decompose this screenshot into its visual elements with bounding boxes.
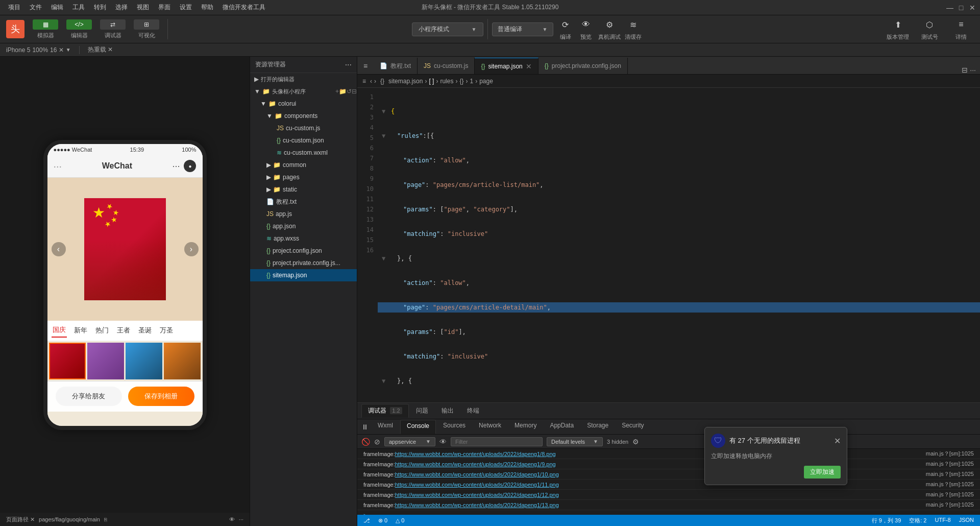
menu-devtools[interactable]: 微信开发者工具 [218,2,270,13]
project-config-json[interactable]: {} project.config.json [250,245,357,257]
tab-tutorial[interactable]: 📄 教程.txt [374,58,418,74]
tab-list-icon[interactable]: ≡ [357,58,374,74]
phone-more-btn[interactable]: ··· [239,516,243,522]
debug-level-select[interactable]: Default levels ▼ [547,437,603,446]
grid-cell-1[interactable] [87,343,124,379]
console-settings-icon[interactable]: ⚙ [632,438,639,446]
clean-button[interactable]: ≋ [625,17,641,32]
fold-2[interactable]: ▼ [382,131,389,141]
cu-custom-js[interactable]: JS cu-custom.js [250,122,357,134]
notif-action-button[interactable]: 立即加速 [804,466,841,479]
eye-btn[interactable]: 👁 [229,516,235,522]
debug-tab-problems[interactable]: 问题 [410,404,434,417]
back-icon[interactable]: ··· [54,160,62,172]
editor-button[interactable]: </> [66,19,92,30]
grid-cell-2[interactable] [126,343,162,379]
version-mgmt-button[interactable]: ⬆ [890,17,906,32]
minimize-button[interactable]: — [946,4,953,11]
fold-1[interactable]: ▼ [382,106,389,116]
editor-more-icon[interactable]: ··· [970,66,976,74]
menu-help[interactable]: 帮助 [197,2,217,13]
close-button[interactable]: ✕ [969,4,976,11]
common-folder[interactable]: ▶ 📁 common [250,159,357,171]
clear-console-icon[interactable]: 🚫 [361,438,370,446]
debugger-button[interactable]: ⇄ [100,19,126,30]
record-button[interactable]: ● [184,160,196,172]
debug-url-4[interactable]: https://www.wobbt.com/wp-content/uploads… [395,492,926,498]
next-arrow[interactable]: › [184,242,199,256]
breadcrumb-back-icon[interactable]: ‹ [370,78,372,85]
app-js[interactable]: JS app.js [250,208,357,220]
file-panel-more-icon[interactable]: ··· [345,60,352,69]
maximize-button[interactable]: □ [958,4,965,11]
cat-tab-1[interactable]: 新年 [73,324,88,337]
fold-7[interactable]: ▼ [382,253,389,264]
fold-12[interactable]: ▼ [382,376,389,386]
debug-tab-debugger[interactable]: 调试器 1.2 [361,404,409,418]
debug-subtab-appdata[interactable]: AppData [544,420,580,434]
menu-goto[interactable]: 转到 [90,2,110,13]
debug-subtab-storage[interactable]: Storage [581,420,615,434]
cat-tab-4[interactable]: 圣诞 [137,324,153,337]
test-button[interactable]: ⬡ [921,17,938,32]
menu-settings[interactable]: 设置 [176,2,196,13]
debug-url-5[interactable]: https://www.wobbt.com/wp-content/uploads… [395,502,926,508]
cat-tab-2[interactable]: 热门 [94,324,110,337]
debug-subtab-memory[interactable]: Memory [508,420,543,434]
debug-pause-icon[interactable]: ⏸ [361,423,369,431]
pages-folder[interactable]: ▶ 📁 pages [250,171,357,183]
notif-close-button[interactable]: ✕ [834,436,841,446]
app-json[interactable]: {} app.json [250,220,357,232]
debug-subtab-security[interactable]: Security [616,420,650,434]
menu-dots-icon[interactable]: ··· [172,161,180,172]
tab-cu-custom-js[interactable]: JS cu-custom.js [418,58,475,74]
add-folder-icon[interactable]: 📁 [339,88,347,95]
cat-tab-0[interactable]: 国庆 [52,323,67,338]
menu-view[interactable]: 视图 [133,2,153,13]
preview-button[interactable]: 👁 [578,17,594,32]
share-button[interactable]: 分享给朋友 [56,387,122,406]
project-root[interactable]: ▼ 📁 头像框小程序 + 📁 ↺ ⊟ [250,85,357,98]
line-col[interactable]: 行 9，列 39 [872,517,901,524]
menu-tools[interactable]: 工具 [68,2,89,13]
components-folder[interactable]: ▼ 📁 components [250,110,357,122]
simulator-button[interactable]: ▦ [33,19,58,30]
compile-button[interactable]: ⟳ [557,17,574,32]
menu-project[interactable]: 项目 [4,2,24,13]
spaces[interactable]: 空格: 2 [909,517,926,524]
collapse-icon[interactable]: ⊟ [352,88,357,95]
debug-source-select[interactable]: appservice ▼ [384,437,435,446]
grid-cell-0[interactable] [49,343,86,379]
menu-select[interactable]: 选择 [111,2,132,13]
menu-interface[interactable]: 界面 [154,2,175,13]
menu-edit[interactable]: 编辑 [47,2,67,13]
cu-custom-wxml[interactable]: ≋ cu-custom.wxml [250,147,357,159]
project-private-config[interactable]: {} project.private.config.js... [250,257,357,269]
debug-tab-output[interactable]: 输出 [435,404,460,417]
breadcrumb-file[interactable]: sitemap.json [388,78,423,85]
debug-subtab-sources[interactable]: Sources [437,420,472,434]
filter-icon[interactable]: ⊘ [374,438,380,446]
compile-select[interactable]: 普通编译 ▼ [492,22,553,36]
debug-subtab-console[interactable]: Console [400,420,436,434]
breadcrumb-rules[interactable]: [ ] [429,78,434,85]
breadcrumb-nav-icon[interactable]: ≡ [362,78,366,85]
device-info[interactable]: iPhone 5 100% 16 ✕ ▼ [6,46,71,54]
colorui-folder[interactable]: ▼ 📁 colorui [250,98,357,110]
cat-tab-3[interactable]: 王者 [116,324,131,337]
eye-console-icon[interactable]: 👁 [439,438,447,446]
refresh-icon[interactable]: ↺ [347,88,352,95]
breadcrumb-obj[interactable]: {} [459,78,463,85]
debug-prompt[interactable]: > [357,510,980,515]
open-editors-section[interactable]: ▶ 打开的编辑器 [250,73,357,85]
breadcrumb-page[interactable]: page [479,78,493,85]
cat-tab-5[interactable]: 万圣 [159,324,174,337]
debug-tab-terminal[interactable]: 终端 [461,404,485,417]
add-file-icon[interactable]: + [335,88,339,95]
real-debug-button[interactable]: ⚙ [601,17,618,32]
tab-sitemap-json[interactable]: {} sitemap.json ✕ [475,58,538,74]
grid-cell-3[interactable] [164,343,201,379]
prev-arrow[interactable]: ‹ [52,242,66,256]
encoding[interactable]: UTF-8 [935,517,950,524]
cu-custom-json[interactable]: {} cu-custom.json [250,134,357,147]
